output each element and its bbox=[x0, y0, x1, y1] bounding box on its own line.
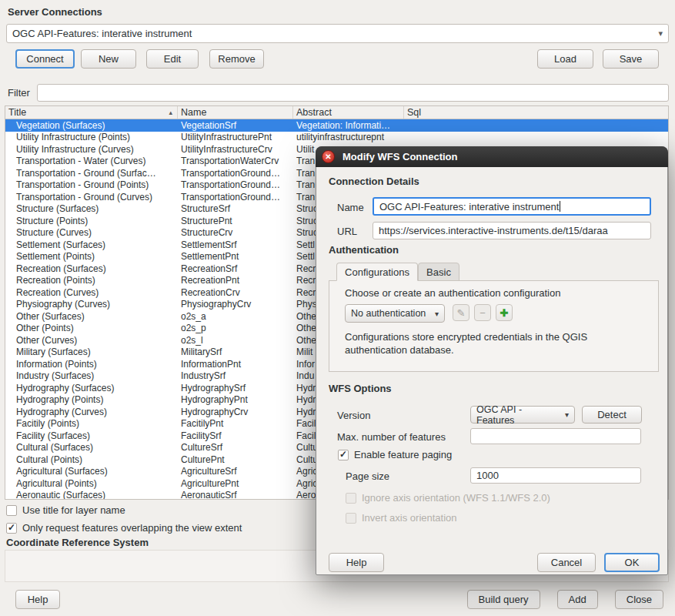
help-button[interactable]: Help bbox=[15, 590, 60, 609]
table-row[interactable]: Vegetation (Surfaces)VegetationSrfVegeta… bbox=[5, 119, 668, 132]
cell-title: Structure (Points) bbox=[5, 215, 178, 227]
connection-details-heading: Connection Details bbox=[329, 176, 419, 187]
cell-name: AeronauticSrf bbox=[178, 490, 293, 500]
configurations-panel: Choose or create an authentication confi… bbox=[329, 280, 659, 372]
cell-name: PhysiographyCrv bbox=[178, 299, 293, 311]
tab-basic[interactable]: Basic bbox=[418, 263, 459, 281]
column-header-name[interactable]: Name bbox=[178, 106, 293, 119]
remove-button[interactable]: Remove bbox=[209, 49, 264, 69]
auth-note: Configurations store encrypted credentia… bbox=[345, 330, 637, 357]
detect-button[interactable]: Detect bbox=[582, 406, 642, 424]
cell-name: MilitarySrf bbox=[178, 346, 293, 359]
column-header-title[interactable]: Title ▴ bbox=[5, 106, 178, 119]
plus-icon: ✚ bbox=[500, 307, 509, 319]
ignore-axis-label: Ignore axis orientation (WFS 1.1/WFS 2.0… bbox=[362, 492, 550, 504]
column-header-abstract[interactable]: Abstract bbox=[293, 106, 404, 119]
load-button[interactable]: Load bbox=[537, 49, 593, 69]
cell-name: TransportationWaterCrv bbox=[178, 156, 293, 168]
cell-name: SettlementSrf bbox=[178, 239, 293, 251]
cell-name: o2s_p bbox=[178, 323, 293, 335]
filter-label: Filter bbox=[8, 87, 30, 99]
name-input[interactable]: OGC API-Features: interative instrument bbox=[373, 197, 651, 216]
cell-name: HydrographyPnt bbox=[178, 394, 293, 407]
auth-config-select[interactable]: No authentication ▾ bbox=[345, 304, 445, 323]
table-row[interactable]: Utility Infrastructure (Points)UtilityIn… bbox=[5, 132, 668, 144]
cell-title: Hydrography (Curves) bbox=[5, 406, 178, 418]
cell-name: RecreationCrv bbox=[178, 286, 293, 299]
check-icon: ✓ bbox=[339, 449, 347, 460]
cell-title: Agricultural (Points) bbox=[5, 477, 178, 490]
enable-paging-checkbox[interactable]: ✓ bbox=[338, 450, 349, 460]
cell-title: Other (Curves) bbox=[5, 334, 178, 346]
cell-title: Structure (Curves) bbox=[5, 227, 178, 239]
name-label: Name bbox=[337, 202, 364, 213]
dialog-titlebar[interactable]: ✕ Modify WFS Connection bbox=[316, 146, 668, 167]
connect-button[interactable]: Connect bbox=[15, 49, 75, 69]
overlap-checkbox[interactable]: ✓ bbox=[6, 523, 17, 534]
cell-name: InformationPnt bbox=[178, 358, 293, 370]
edit-config-button[interactable]: ✎ bbox=[453, 304, 469, 321]
paging-row: ✓ Enable feature paging bbox=[338, 449, 452, 460]
dialog-help-button[interactable]: Help bbox=[329, 553, 384, 572]
close-icon[interactable]: ✕ bbox=[322, 150, 335, 163]
column-header-sql[interactable]: Sql bbox=[404, 106, 668, 119]
cell-title: Industry (Surfaces) bbox=[5, 370, 178, 383]
wfs-options-heading: WFS Options bbox=[329, 383, 392, 394]
invert-axis-label: Invert axis orientation bbox=[362, 512, 457, 524]
cancel-button[interactable]: Cancel bbox=[537, 553, 596, 572]
page-size-input[interactable]: 1000 bbox=[470, 467, 641, 484]
ok-button[interactable]: OK bbox=[604, 553, 660, 572]
cell-title: Facitily (Points) bbox=[5, 418, 178, 430]
add-button[interactable]: Add bbox=[557, 590, 598, 609]
cell-abstract: utilityinfrastructurepnt bbox=[293, 132, 404, 144]
version-select[interactable]: OGC API - Features ▾ bbox=[470, 406, 575, 424]
cell-name: StructurePnt bbox=[178, 215, 293, 227]
ignore-axis-checkbox[interactable]: ✓ bbox=[346, 493, 356, 504]
new-button[interactable]: New bbox=[81, 49, 136, 69]
use-title-checkbox[interactable]: ✓ bbox=[6, 505, 17, 516]
cell-title: Agricultural (Surfaces) bbox=[5, 466, 178, 478]
cell-name: StructureSrf bbox=[178, 203, 293, 216]
use-title-row: ✓ Use title for layer name bbox=[6, 504, 125, 516]
filter-input[interactable] bbox=[37, 84, 669, 102]
page-size-label: Page size bbox=[346, 470, 389, 482]
edit-button[interactable]: Edit bbox=[146, 49, 199, 69]
tab-configurations[interactable]: Configurations bbox=[336, 263, 418, 281]
invert-axis-checkbox[interactable]: ✓ bbox=[346, 513, 356, 524]
cell-name: UtilityInfrastructurePnt bbox=[178, 132, 293, 144]
build-query-button[interactable]: Build query bbox=[467, 590, 540, 609]
cell-title: Other (Points) bbox=[5, 323, 178, 335]
cell-title: Transportation - Ground (Surfac… bbox=[5, 167, 178, 179]
cell-title: Settlement (Points) bbox=[5, 251, 178, 263]
cell-name: AgriculturePnt bbox=[178, 477, 293, 490]
auth-prompt: Choose or create an authentication confi… bbox=[345, 287, 560, 299]
chevron-down-icon: ▾ bbox=[658, 28, 663, 38]
cell-abstract: Vegetation: Informati… bbox=[293, 119, 404, 132]
cell-title: Facility (Surfaces) bbox=[5, 430, 178, 442]
max-features-label: Max. number of features bbox=[337, 431, 446, 443]
cell-name: HydrographyCrv bbox=[178, 406, 293, 418]
cell-title: Utility Infrastructure (Curves) bbox=[5, 143, 178, 156]
dialog-title: Modify WFS Connection bbox=[343, 151, 457, 162]
add-config-button[interactable]: ✚ bbox=[496, 304, 513, 321]
save-button[interactable]: Save bbox=[603, 49, 659, 69]
cell-title: Structure (Surfaces) bbox=[5, 203, 178, 216]
remove-config-button[interactable]: − bbox=[474, 304, 491, 321]
sort-ascending-icon: ▴ bbox=[169, 109, 174, 116]
cell-name: TransportationGround… bbox=[178, 191, 293, 203]
connection-select[interactable]: OGC API-Features: interative instrument … bbox=[6, 24, 669, 43]
cell-title: Information (Points) bbox=[5, 358, 178, 370]
close-button[interactable]: Close bbox=[615, 590, 663, 609]
cell-title: Vegetation (Surfaces) bbox=[5, 119, 178, 132]
max-features-input[interactable] bbox=[470, 428, 641, 444]
enable-paging-label: Enable feature paging bbox=[354, 449, 452, 460]
cell-name: AgricultureSrf bbox=[178, 466, 293, 478]
check-icon: ✓ bbox=[8, 522, 15, 533]
cell-title: Other (Surfaces) bbox=[5, 310, 178, 323]
cell-title: Transportation - Ground (Points) bbox=[5, 179, 178, 192]
cell-title: Settlement (Surfaces) bbox=[5, 239, 178, 251]
url-input[interactable]: https://services.interactive-instruments… bbox=[373, 222, 651, 239]
url-label: URL bbox=[337, 226, 357, 237]
bottom-button-row: Build query Add Close bbox=[467, 590, 663, 609]
cell-title: Aeronautic (Surfaces) bbox=[5, 490, 178, 500]
